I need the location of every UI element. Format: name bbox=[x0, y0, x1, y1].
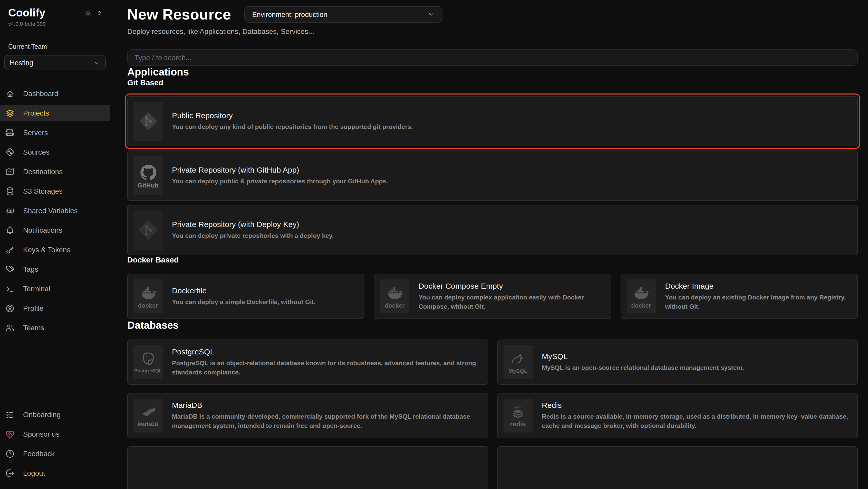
sidebar-item-terminal[interactable]: Terminal bbox=[0, 281, 110, 296]
sidebar-item-label: Sources bbox=[23, 148, 50, 156]
docker-logo-icon: docker bbox=[626, 280, 656, 313]
sidebar-item-projects[interactable]: Projects bbox=[0, 105, 110, 121]
card-description: You can deploy any kind of public reposi… bbox=[172, 122, 413, 132]
docker-logo-caption: docker bbox=[385, 302, 405, 309]
selector-icon[interactable] bbox=[96, 9, 103, 16]
card-partially-visible[interactable] bbox=[497, 447, 858, 489]
card-title: Private Repository (with GitHub App) bbox=[172, 165, 388, 174]
sidebar-item-label: Logout bbox=[23, 469, 45, 477]
page-header: New Resource Environment: production bbox=[127, 5, 858, 24]
logout-icon bbox=[5, 468, 15, 478]
environment-select[interactable]: Environment: production bbox=[245, 6, 443, 23]
sidebar-item-label: S3 Storages bbox=[23, 187, 63, 195]
sidebar-item-label: Notifications bbox=[23, 226, 62, 234]
sidebar-item-feedback[interactable]: Feedback bbox=[0, 446, 110, 461]
docker-based-subsection-title: Docker Based bbox=[127, 255, 858, 264]
card-description: PostgreSQL is an object-relational datab… bbox=[172, 358, 481, 377]
databases-section-title: Databases bbox=[127, 319, 858, 331]
redis-logo-icon: redis bbox=[503, 399, 532, 432]
mysql-logo-icon: MySQL bbox=[503, 345, 532, 379]
sidebar-item-logout[interactable]: Logout bbox=[0, 465, 110, 481]
sidebar-item-label: Destinations bbox=[23, 168, 63, 176]
sun-icon[interactable] bbox=[84, 8, 92, 17]
sidebar-item-label: Keys & Tokens bbox=[23, 246, 70, 254]
card-title: MariaDB bbox=[172, 400, 481, 409]
bell-icon bbox=[5, 225, 15, 235]
sidebar-item-sources[interactable]: Sources bbox=[0, 144, 110, 160]
variables-icon: (x) bbox=[5, 206, 15, 215]
heart-handshake-icon bbox=[5, 429, 15, 439]
sidebar-item-keys-tokens[interactable]: Keys & Tokens bbox=[0, 242, 110, 257]
git-logo-icon bbox=[133, 210, 163, 250]
sidebar-item-shared-variables[interactable]: (x) Shared Variables bbox=[0, 203, 110, 218]
sidebar-item-tags[interactable]: Tags bbox=[0, 261, 110, 277]
page-subtitle: Deploy resources, like Applications, Dat… bbox=[127, 27, 858, 35]
card-description: You can deploy an existing Docker Image … bbox=[665, 292, 851, 312]
card-title: Dockerfile bbox=[172, 286, 316, 295]
team-select-value: Hosting bbox=[10, 59, 33, 66]
card-dockerfile[interactable]: docker Dockerfile You can deploy a simpl… bbox=[127, 274, 365, 319]
card-mariadb[interactable]: MariaDB MariaDB MariaDB is a community-d… bbox=[127, 393, 488, 438]
sidebar-item-label: Teams bbox=[23, 324, 44, 332]
database-cards: PostgreSQL PostgreSQL PostgreSQL is an o… bbox=[127, 340, 858, 489]
card-private-repository-github-app[interactable]: GitHub Private Repository (with GitHub A… bbox=[127, 150, 858, 201]
users-icon bbox=[5, 323, 15, 333]
sidebar-item-label: Tags bbox=[23, 265, 38, 273]
svg-text:(x): (x) bbox=[6, 207, 14, 214]
sidebar-item-destinations[interactable]: Destinations bbox=[0, 164, 110, 179]
docker-logo-icon: docker bbox=[380, 280, 409, 313]
layers-icon bbox=[5, 108, 15, 118]
sidebar-item-label: Dashboard bbox=[23, 89, 58, 97]
chevron-down-icon bbox=[428, 11, 435, 18]
sidebar-item-sponsor-us[interactable]: Sponsor us bbox=[0, 426, 110, 442]
card-title: Redis bbox=[542, 400, 851, 409]
card-docker-image[interactable]: docker Docker Image You can deploy an ex… bbox=[620, 274, 858, 319]
database-icon bbox=[5, 186, 15, 196]
card-title: Private Repository (with Deploy Key) bbox=[172, 220, 334, 229]
sidebar-item-notifications[interactable]: Notifications bbox=[0, 223, 110, 238]
card-private-repository-deploy-key[interactable]: Private Repository (with Deploy Key) You… bbox=[127, 205, 858, 255]
card-postgresql[interactable]: PostgreSQL PostgreSQL PostgreSQL is an o… bbox=[127, 340, 488, 385]
card-description: MariaDB is a community-developed, commer… bbox=[172, 412, 481, 431]
card-description: You can deploy public & private reposito… bbox=[172, 177, 388, 186]
sidebar: Coolify v4.0.0-beta.399 Current Team Hos… bbox=[0, 0, 111, 489]
sidebar-item-label: Shared Variables bbox=[23, 206, 78, 215]
chevron-down-icon bbox=[93, 59, 100, 66]
sidebar-item-label: Sponsor us bbox=[23, 430, 60, 438]
help-circle-icon bbox=[5, 449, 15, 458]
environment-select-value: Environment: production bbox=[252, 10, 328, 18]
applications-section-title: Applications bbox=[127, 66, 858, 78]
server-icon bbox=[5, 127, 15, 137]
card-docker-compose-empty[interactable]: docker Docker Compose Empty You can depl… bbox=[374, 274, 611, 319]
sidebar-item-label: Projects bbox=[23, 109, 49, 117]
card-public-repository[interactable]: Public Repository You can deploy any kin… bbox=[127, 96, 858, 146]
sidebar-item-servers[interactable]: Servers bbox=[0, 125, 110, 140]
docker-based-cards: docker Dockerfile You can deploy a simpl… bbox=[127, 274, 858, 319]
sidebar-item-onboarding[interactable]: Onboarding bbox=[0, 407, 110, 422]
card-title: PostgreSQL bbox=[172, 347, 481, 356]
home-icon bbox=[5, 89, 15, 98]
docker-logo-caption: docker bbox=[138, 302, 158, 309]
git-diamond-icon bbox=[5, 147, 15, 157]
git-logo-icon bbox=[133, 102, 163, 141]
team-select[interactable]: Hosting bbox=[4, 55, 106, 70]
sidebar-item-s3-storages[interactable]: S3 Storages bbox=[0, 183, 110, 199]
card-description: You can deploy complex application easil… bbox=[418, 292, 605, 312]
card-description: You can deploy private repositories with… bbox=[172, 231, 334, 241]
page-title: New Resource bbox=[127, 6, 231, 23]
app-logo[interactable]: Coolify bbox=[8, 7, 45, 19]
coolify-app: Coolify v4.0.0-beta.399 Current Team Hos… bbox=[0, 0, 868, 489]
search-input[interactable] bbox=[127, 49, 858, 66]
sidebar-item-label: Profile bbox=[23, 304, 43, 312]
redis-logo-caption: redis bbox=[510, 421, 526, 427]
git-based-subsection-title: Git Based bbox=[127, 78, 858, 87]
card-title: Docker Compose Empty bbox=[418, 281, 605, 290]
card-mysql[interactable]: MySQL MySQL MySQL is an open-source rela… bbox=[497, 340, 858, 385]
sidebar-item-teams[interactable]: Teams bbox=[0, 320, 110, 336]
sidebar-item-profile[interactable]: Profile bbox=[0, 300, 110, 316]
sidebar-footer: Onboarding Sponsor us Feedback Logout bbox=[0, 407, 110, 489]
sidebar-item-dashboard[interactable]: Dashboard bbox=[0, 86, 110, 101]
github-logo-icon: GitHub bbox=[133, 156, 163, 195]
card-partially-visible[interactable] bbox=[127, 447, 488, 489]
card-redis[interactable]: redis Redis Redis is a source-available,… bbox=[497, 393, 858, 438]
